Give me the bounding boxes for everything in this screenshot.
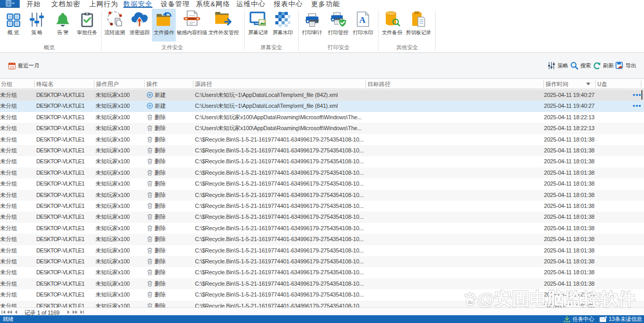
svg-text:du: du [468, 300, 473, 305]
svg-text:A: A [359, 15, 366, 25]
svg-text:23: 23 [10, 65, 14, 68]
